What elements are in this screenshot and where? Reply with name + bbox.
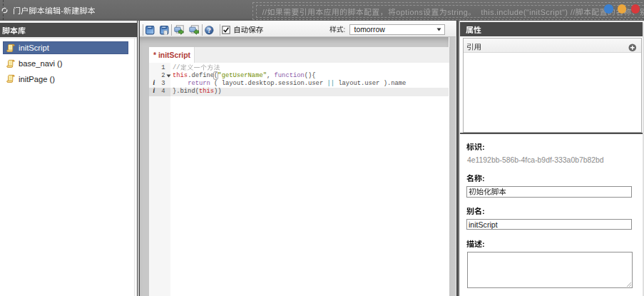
svg-text:?: ? <box>208 26 211 34</box>
